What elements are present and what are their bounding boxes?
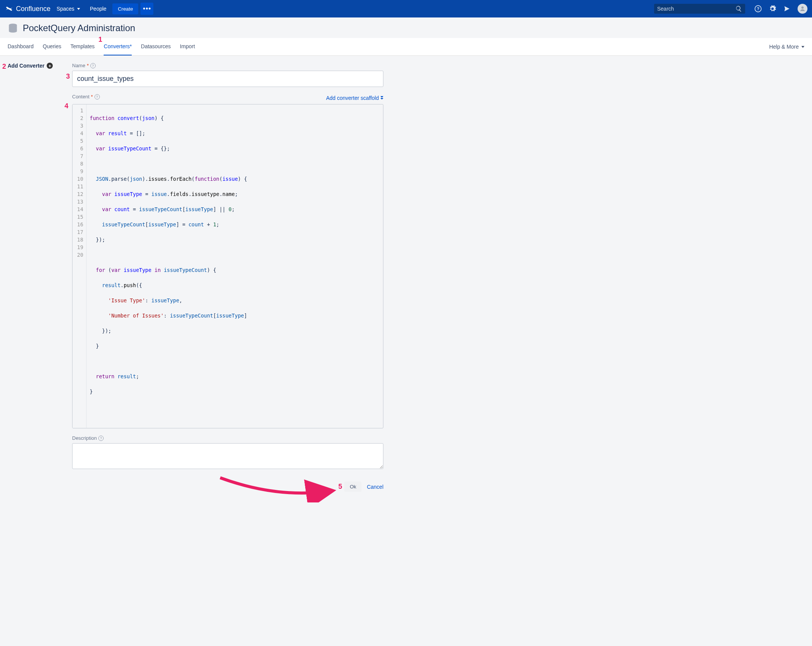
spaces-menu[interactable]: Spaces — [53, 3, 84, 14]
code-editor[interactable]: 1234567891011121314151617181920 function… — [72, 104, 383, 428]
more-menu-button[interactable]: ••• — [140, 3, 153, 15]
help-icon[interactable]: ? — [754, 5, 762, 13]
chevron-down-icon — [77, 8, 80, 10]
description-field: Description ? — [72, 435, 383, 470]
tab-queries[interactable]: Queries — [43, 38, 61, 55]
confluence-logo[interactable]: Confluence — [5, 4, 50, 13]
tab-converters[interactable]: 1 Converters* — [104, 38, 132, 55]
add-scaffold-link[interactable]: Add converter scaffold — [326, 95, 383, 101]
notification-icon[interactable] — [783, 5, 791, 13]
top-icons: ? — [754, 4, 807, 14]
tab-datasources[interactable]: Datasources — [141, 38, 171, 55]
product-name: Confluence — [16, 5, 50, 13]
user-icon — [799, 5, 806, 12]
help-icon[interactable]: ? — [90, 63, 96, 68]
tab-templates[interactable]: Templates — [71, 38, 95, 55]
svg-text:?: ? — [757, 6, 760, 11]
ok-button[interactable]: Ok — [344, 482, 361, 492]
name-label: Name * ? — [72, 63, 383, 68]
plus-icon: + — [47, 63, 53, 69]
create-button[interactable]: Create — [112, 3, 138, 14]
gear-icon[interactable] — [769, 5, 776, 13]
callout-2: 2 — [2, 63, 6, 71]
form: Name * ? 3 Content * ? Add converter sca… — [72, 63, 383, 492]
content-field: Content * ? Add converter scaffold 4 123… — [72, 94, 383, 428]
content-label: Content * ? — [72, 94, 100, 100]
callout-4: 4 — [65, 102, 68, 110]
form-actions: 5 Ok Cancel — [72, 482, 383, 492]
description-input[interactable] — [72, 443, 383, 469]
code-content[interactable]: function convert(json) { var result = []… — [87, 104, 383, 428]
name-input[interactable] — [72, 71, 383, 87]
help-and-more-menu[interactable]: Help & More — [769, 44, 804, 50]
confluence-icon — [5, 4, 14, 13]
description-label: Description ? — [72, 435, 383, 441]
sidebar: 2 Add Converter + — [8, 63, 72, 492]
page-title: PocketQuery Administration — [23, 23, 135, 33]
required-marker: * — [91, 94, 93, 100]
chevron-double-down-icon — [380, 96, 383, 100]
global-nav: Confluence Spaces People Create ••• ? — [0, 0, 812, 17]
avatar[interactable] — [798, 4, 807, 14]
help-icon[interactable]: ? — [95, 94, 100, 100]
search-icon — [735, 5, 742, 12]
add-converter-button[interactable]: Add Converter + — [8, 63, 72, 69]
cancel-link[interactable]: Cancel — [367, 484, 383, 490]
required-marker: * — [87, 63, 89, 68]
content: 2 Add Converter + Name * ? 3 Content * ? — [0, 56, 812, 503]
annotation-arrow — [216, 472, 338, 502]
callout-5: 5 — [338, 483, 342, 491]
svg-point-2 — [801, 6, 804, 9]
tab-dashboard[interactable]: Dashboard — [8, 38, 34, 55]
chevron-down-icon — [801, 46, 804, 48]
tab-import[interactable]: Import — [180, 38, 195, 55]
search-box[interactable] — [654, 4, 745, 14]
callout-1: 1 — [98, 36, 102, 44]
database-icon — [8, 23, 18, 33]
people-link[interactable]: People — [86, 3, 110, 14]
page-header: PocketQuery Administration — [0, 17, 812, 38]
name-field: Name * ? 3 — [72, 63, 383, 87]
search-input[interactable] — [657, 6, 735, 12]
line-numbers: 1234567891011121314151617181920 — [73, 104, 87, 428]
tabs: Dashboard Queries Templates 1 Converters… — [0, 38, 812, 56]
help-icon[interactable]: ? — [98, 436, 104, 441]
callout-3: 3 — [66, 73, 70, 81]
